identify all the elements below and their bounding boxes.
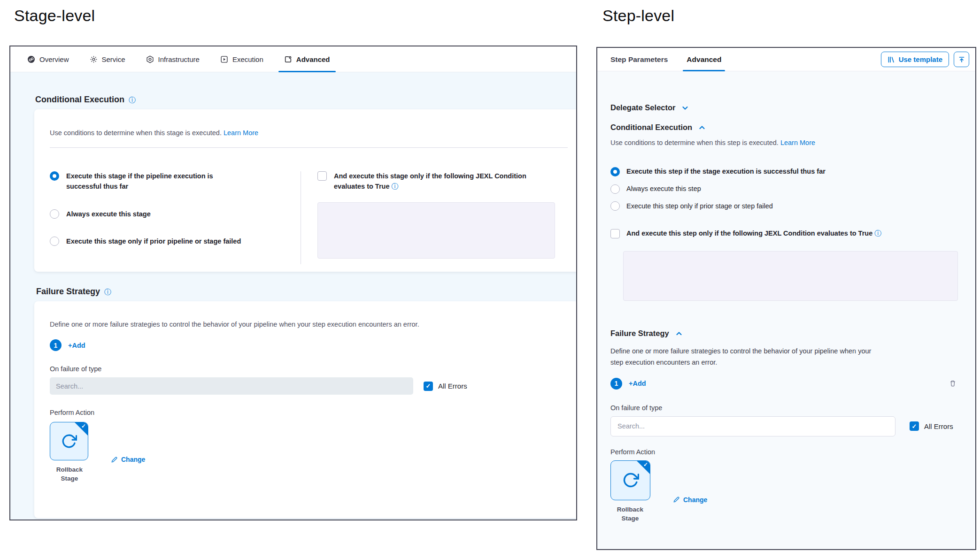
radio-execute-if-successful[interactable]: Execute this step if the stage execution… [610,167,957,177]
radio-execute-if-successful[interactable]: Execute this stage if the pipeline execu… [50,171,301,192]
delegate-selector-label: Delegate Selector [610,103,675,112]
stage-tab-bar: Overview Service Infrastructure Executio… [10,46,576,72]
step-level-title: Step-level [602,7,674,25]
stage-level-title: Stage-level [14,7,95,25]
radio-unselected[interactable] [610,184,620,194]
failure-strategy-toggle[interactable]: Failure Strategy [610,329,957,338]
jexl-label: And execute this stage only if the follo… [334,171,540,192]
advanced-icon [284,55,292,63]
change-action-link[interactable]: Change [673,476,707,523]
failure-type-search-input[interactable] [50,377,413,395]
change-action-link[interactable]: Change [111,436,145,483]
radio-label: Execute this step only if prior stage or… [626,201,773,212]
step-tab-bar: Step Parameters Advanced Use template [597,48,975,71]
conditional-execution-card: Use conditions to determine when this st… [34,109,576,272]
divider [50,147,568,148]
save-as-template-button[interactable] [954,52,969,67]
delete-strategy-icon[interactable] [949,380,957,387]
delegate-selector-toggle[interactable]: Delegate Selector [610,103,957,112]
pencil-icon [111,456,118,463]
pencil-icon [673,496,680,503]
tab-service[interactable]: Service [84,46,131,72]
perform-action-label: Perform Action [610,448,957,456]
jexl-checkbox[interactable] [610,229,620,238]
tab-step-parameters[interactable]: Step Parameters [610,48,669,71]
tab-overview[interactable]: Overview [22,46,75,72]
failure-strategy-label: Failure Strategy [610,329,669,338]
jexl-label: And execute this step only if the follow… [626,229,881,239]
execution-icon [220,55,228,63]
info-icon[interactable]: ⓘ [392,182,399,190]
heading-text: Failure Strategy [36,287,100,297]
strategy-count-badge[interactable]: 1 [50,339,62,351]
failure-type-search-input[interactable] [610,416,895,436]
add-strategy-button[interactable]: +Add [629,380,646,387]
use-template-button[interactable]: Use template [881,52,949,67]
failure-description: Define one or more failure strategies to… [610,346,873,368]
perform-action-label: Perform Action [50,409,568,416]
rollback-stage-label: Rollback Stage [50,466,89,483]
jexl-label-text: And execute this step only if the follow… [626,229,872,237]
add-strategy-button[interactable]: +Add [68,342,85,349]
conditional-execution-heading: Conditional Execution ⓘ [35,95,576,105]
radio-always-execute[interactable]: Always execute this step [610,184,957,194]
tab-infrastructure[interactable]: Infrastructure [140,46,205,72]
rollback-stage-action-tile[interactable]: ✓ [610,460,650,500]
all-errors-checkbox[interactable]: ✓ [910,421,919,431]
heading-text: Conditional Execution [35,95,124,105]
tab-advanced[interactable]: Advanced [278,46,336,72]
tab-execution[interactable]: Execution [215,46,269,72]
failure-strategy-heading: Failure Strategy ⓘ [36,287,576,297]
conditional-execution-toggle[interactable]: Conditional Execution [610,123,957,132]
rollback-icon [61,433,77,449]
all-errors-option[interactable]: ✓ All Errors [910,421,953,431]
learn-more-link[interactable]: Learn More [780,139,815,146]
radio-selected[interactable] [50,171,59,181]
radio-execute-if-failed[interactable]: Execute this stage only if prior pipelin… [50,237,301,247]
jexl-condition-textarea[interactable] [317,202,555,259]
jexl-checkbox[interactable] [317,171,327,181]
radio-execute-if-failed[interactable]: Execute this step only if prior stage or… [610,201,957,212]
jexl-condition-row[interactable]: And execute this stage only if the follo… [317,171,568,192]
upload-icon [958,56,965,63]
tab-label: Infrastructure [158,55,200,63]
radio-unselected[interactable] [50,237,59,246]
change-label: Change [683,496,707,504]
radio-always-execute[interactable]: Always execute this stage [50,209,301,220]
rollback-icon [622,472,639,489]
failure-strategy-card: Define one or more failure strategies to… [34,301,576,518]
tab-label: Advanced [296,55,330,63]
conditional-intro: Use conditions to determine when this st… [610,139,957,146]
radio-unselected[interactable] [610,201,620,211]
use-template-label: Use template [899,55,942,63]
tab-advanced[interactable]: Advanced [686,48,722,71]
selected-check-icon: ✓ [643,461,648,468]
all-errors-option[interactable]: ✓ All Errors [424,382,467,391]
intro-text: Use conditions to determine when this st… [610,139,779,146]
radio-selected[interactable] [610,167,620,176]
action-line2: Stage [61,475,78,482]
jexl-condition-textarea[interactable] [623,251,958,301]
action-line1: Rollback [617,506,643,513]
template-library-icon [887,56,895,63]
all-errors-label: All Errors [438,382,467,390]
jexl-condition-row[interactable]: And execute this step only if the follow… [610,229,957,239]
all-errors-checkbox[interactable]: ✓ [424,382,433,391]
radio-label: Execute this step if the stage execution… [626,167,826,177]
radio-label: Always execute this step [626,184,701,194]
failure-description: Define one or more failure strategies to… [50,321,568,328]
service-gear-icon [90,55,98,63]
radio-label: Always execute this stage [66,209,151,220]
radio-unselected[interactable] [50,209,59,219]
info-icon[interactable]: ⓘ [104,288,111,295]
change-label: Change [121,456,145,463]
info-icon[interactable]: ⓘ [129,96,136,103]
radio-label: Execute this stage if the pipeline execu… [66,171,216,192]
tab-label: Service [102,55,125,63]
rollback-stage-label: Rollback Stage [610,505,650,523]
info-icon[interactable]: ⓘ [874,229,881,237]
strategy-count-badge[interactable]: 1 [610,378,622,390]
rollback-stage-action-tile[interactable]: ✓ [50,422,88,460]
on-failure-of-type-label: On failure of type [610,404,957,412]
learn-more-link[interactable]: Learn More [224,129,258,137]
